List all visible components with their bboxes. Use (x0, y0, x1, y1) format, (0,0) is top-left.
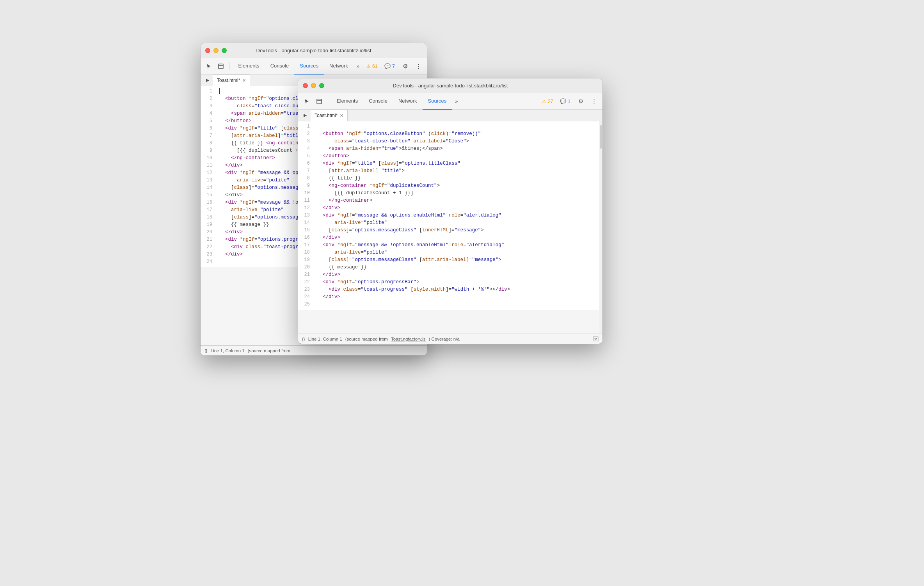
f-code-line-7: 7 [attr.aria-label]="title"> (298, 167, 602, 175)
f-code-line-13: 13 <div *ngIf="message && options.enable… (298, 212, 602, 219)
source-mapped-back: (source mapped from (248, 348, 290, 353)
comment-badge-front[interactable]: 💬 1 (558, 98, 573, 105)
comment-count-front: 1 (568, 99, 570, 104)
f-code-line-16: 16 </div> (298, 234, 602, 242)
f-code-line-2: 2 <button *ngIf="options.closeButton" (c… (298, 130, 602, 138)
panel-icon-back[interactable] (216, 61, 226, 72)
cursor-position-front: Line 1, Column 1 (308, 337, 342, 341)
minimize-button-front[interactable] (311, 83, 316, 88)
f-code-line-18: 18 aria-live="polite" (298, 249, 602, 256)
f-code-line-10: 10 [{{ duplicatesCount + 1 }}] (298, 190, 602, 197)
maximize-button-front[interactable] (319, 83, 324, 88)
file-tab-close-front[interactable]: ✕ (340, 113, 343, 118)
tab-network-back[interactable]: Network (324, 58, 354, 75)
warning-badge-back[interactable]: ⚠ 61 (364, 63, 380, 70)
f-code-line-24: 24 </div> (298, 293, 602, 301)
status-bar-front: {} Line 1, Column 1 (source mapped from … (298, 334, 602, 344)
format-icon-front[interactable]: {} (302, 337, 305, 341)
close-button-back[interactable] (205, 48, 210, 53)
f-code-line-15: 15 [class]="options.messageClass" [inner… (298, 227, 602, 234)
maximize-button-back[interactable] (222, 48, 227, 53)
status-bar-back: {} Line 1, Column 1 (source mapped from (201, 345, 427, 355)
code-area-front: 1 2 <button *ngIf="options.closeButton" … (298, 121, 602, 334)
tab-elements-front[interactable]: Elements (331, 93, 363, 110)
f-code-line-1: 1 (298, 123, 602, 130)
format-icon-back[interactable]: {} (204, 348, 208, 353)
tab-console-front[interactable]: Console (363, 93, 393, 110)
tab-bar-back: Elements Console Sources Network » (233, 58, 362, 75)
toolbar-front: Elements Console Network Sources » ⚠ 27 … (298, 93, 602, 110)
traffic-lights-back (205, 48, 227, 53)
file-tab-close-back[interactable]: ✕ (242, 78, 246, 83)
minimize-button-back[interactable] (213, 48, 219, 53)
f-code-line-21: 21 </div> (298, 271, 602, 279)
source-mapped-front: (source mapped from (345, 337, 388, 341)
toolbar-separator-front (328, 98, 328, 105)
traffic-lights-front (303, 83, 324, 88)
warning-badge-front[interactable]: ⚠ 27 (540, 98, 555, 105)
comment-icon-back: 💬 (384, 63, 391, 69)
warning-count-front: 27 (548, 99, 553, 104)
window-title-back: DevTools - angular-sample-todo-list.stac… (256, 48, 371, 53)
gear-icon-back[interactable]: ⚙ (400, 61, 410, 72)
f-code-line-8: 8 {{ title }} (298, 175, 602, 182)
scroll-to-bottom-icon[interactable] (593, 336, 599, 342)
f-code-line-11: 11 </ng-container> (298, 197, 602, 204)
file-tab-front[interactable]: Toast.html* ✕ (311, 110, 348, 121)
warning-icon-front: ⚠ (542, 99, 546, 104)
comment-badge-back[interactable]: 💬 7 (382, 62, 397, 70)
title-bar-back: DevTools - angular-sample-todo-list.stac… (201, 43, 427, 58)
code-wrapper-front: 1 2 <button *ngIf="options.closeButton" … (298, 121, 602, 334)
f-code-line-12: 12 </div> (298, 204, 602, 212)
f-code-line-6: 6 <div *ngIf="title" [class]="options.ti… (298, 160, 602, 167)
f-code-line-3: 3 class="toast-close-button" aria-label=… (298, 138, 602, 145)
tab-sources-front[interactable]: Sources (423, 93, 452, 110)
tab-overflow-front[interactable]: » (452, 98, 461, 104)
window-title-front: DevTools - angular-sample-todo-list.stac… (393, 83, 508, 89)
tab-elements-back[interactable]: Elements (233, 58, 265, 75)
f-code-line-4: 4 <span aria-hidden="true">&times;</span… (298, 145, 602, 153)
close-button-front[interactable] (303, 83, 308, 88)
cursor-position-back: Line 1, Column 1 (211, 348, 245, 353)
warning-count-back: 61 (372, 64, 377, 69)
cursor-icon-back[interactable] (204, 61, 214, 72)
svg-rect-7 (593, 336, 598, 341)
scrollbar-thumb-front[interactable] (600, 125, 602, 149)
file-tab-name-front: Toast.html* (315, 113, 338, 118)
title-bar-front: DevTools - angular-sample-todo-list.stac… (298, 78, 602, 93)
play-icon-back[interactable]: ▶ (204, 76, 211, 84)
tab-console-back[interactable]: Console (265, 58, 295, 75)
f-code-line-22: 22 <div *ngIf="options.progressBar"> (298, 279, 602, 286)
window-content-front: Elements Console Network Sources » ⚠ 27 … (298, 93, 602, 344)
code-editor-front[interactable]: 1 2 <button *ngIf="options.closeButton" … (298, 121, 602, 310)
scrollbar-front[interactable] (599, 121, 602, 334)
play-icon-front[interactable]: ▶ (301, 112, 309, 119)
toolbar-back: Elements Console Sources Network » ⚠ 61 … (201, 58, 427, 75)
panel-icon-front[interactable] (314, 96, 325, 107)
f-code-line-23: 23 <div class="toast-progress" [style.wi… (298, 286, 602, 293)
f-code-line-25: 25 (298, 301, 602, 308)
tab-sources-back[interactable]: Sources (294, 58, 324, 75)
f-code-line-19: 19 [class]="options.messageClass" [attr.… (298, 256, 602, 264)
coverage-front: ) Coverage: n/a (429, 337, 460, 341)
devtools-window-front: DevTools - angular-sample-todo-list.stac… (298, 78, 602, 344)
gear-icon-front[interactable]: ⚙ (575, 96, 586, 107)
more-icon-front[interactable]: ⋮ (588, 96, 599, 107)
comment-icon-front: 💬 (560, 98, 566, 104)
toolbar-right-back: ⚠ 61 💬 7 ⚙ ⋮ (364, 61, 424, 72)
cursor-icon-front[interactable] (301, 96, 312, 107)
tab-bar-front: Elements Console Network Sources » (331, 93, 538, 110)
svg-rect-0 (219, 64, 223, 69)
comment-count-back: 7 (392, 64, 395, 69)
tab-network-front[interactable]: Network (393, 93, 423, 110)
more-icon-back[interactable]: ⋮ (413, 61, 424, 72)
source-link-front[interactable]: Toast.ngfactory.js (391, 337, 426, 341)
file-tab-back[interactable]: Toast.html* ✕ (213, 75, 250, 86)
file-tab-bar-front: ▶ Toast.html* ✕ (298, 110, 602, 121)
toolbar-separator-back (229, 62, 229, 70)
f-code-line-14: 14 aria-live="polite" (298, 219, 602, 227)
tab-overflow-back[interactable]: » (354, 63, 362, 69)
f-code-line-17: 17 <div *ngIf="message && !options.enabl… (298, 242, 602, 249)
svg-rect-5 (317, 99, 322, 104)
file-tab-name-back: Toast.html* (217, 78, 240, 83)
